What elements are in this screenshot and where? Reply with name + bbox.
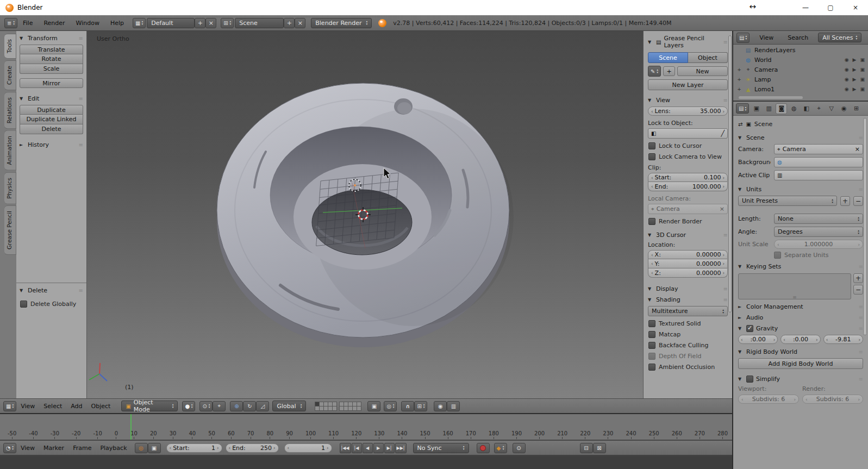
simplify-viewport-subdivision-field[interactable]: ‹Subdivis: 6› xyxy=(738,395,799,404)
info-menu-item[interactable]: Help xyxy=(105,20,129,27)
properties-tab-icon[interactable]: ⌖ xyxy=(813,103,825,114)
panel-grip-icon[interactable]: ≡ xyxy=(79,35,83,41)
n-panel-scrollbar[interactable] xyxy=(728,35,732,312)
frame-start-field[interactable]: ‹Start:1› xyxy=(166,443,222,453)
clip-start-field[interactable]: ‹Start:0.100› xyxy=(648,173,728,182)
scene-camera-field[interactable]: ⌖Camera× xyxy=(774,144,863,154)
clear-icon[interactable]: × xyxy=(855,146,860,153)
scene-icon-button[interactable]: ⊞▴▾ xyxy=(221,18,234,28)
insert-keyframe-button[interactable]: ⊟ xyxy=(580,443,593,453)
edit-tool-button[interactable]: Duplicate Linked xyxy=(20,115,83,124)
manipulator-scale-toggle[interactable]: ◿ xyxy=(256,401,269,411)
tool-shelf-tab[interactable]: Tools xyxy=(4,34,16,59)
properties-scrollbar[interactable] xyxy=(863,118,867,335)
editor-type-outliner-button[interactable]: ▤▴▾ xyxy=(736,33,750,43)
shading-option-checkbox[interactable] xyxy=(648,342,655,349)
renderability-camera-icon[interactable]: ▣ xyxy=(860,86,865,92)
pivot-point-dropdown[interactable]: ⊙▴▾ xyxy=(199,401,213,411)
separate-units-checkbox[interactable] xyxy=(774,252,781,259)
properties-tab-icon[interactable]: ◉ xyxy=(838,103,850,114)
cursor-z-field[interactable]: ‹Z:0.00000› xyxy=(648,268,728,278)
layer-toggle[interactable] xyxy=(332,406,337,411)
panel-grip-icon[interactable]: ≡ xyxy=(859,315,863,321)
view3d-menu-item[interactable]: Add xyxy=(66,403,86,410)
properties-tab-icon[interactable]: ▥ xyxy=(763,103,775,114)
panel-grip-icon[interactable]: ≡ xyxy=(79,287,83,293)
expand-icon[interactable]: + xyxy=(736,86,742,92)
length-dropdown[interactable]: None▴▾ xyxy=(774,214,863,224)
gravity-panel-header[interactable]: ▼Gravity≡ xyxy=(738,325,863,332)
scene-panel-header[interactable]: ▼Scene≡ xyxy=(738,134,863,141)
transform-tool-button[interactable]: Rotate xyxy=(20,54,83,64)
display-panel-header[interactable]: ▼Display≡ xyxy=(648,285,728,292)
lock-to-scene-toggle[interactable]: ▣ xyxy=(367,401,380,411)
history-panel-header[interactable]: ►History≡ xyxy=(20,141,83,148)
renderability-camera-icon[interactable]: ▣ xyxy=(860,67,865,72)
add-screen-layout-button[interactable]: + xyxy=(195,18,205,28)
units-panel-header[interactable]: ▼Units≡ xyxy=(738,186,863,193)
selectability-icon[interactable]: ▶ xyxy=(853,57,857,62)
unit-scale-field[interactable]: ‹1.000000› xyxy=(774,240,863,249)
renderability-camera-icon[interactable]: ▣ xyxy=(860,77,865,82)
transport-button[interactable]: |◀ xyxy=(352,443,362,453)
gravity-y-field[interactable]: ‹:0.00› xyxy=(780,335,820,344)
visibility-eye-icon[interactable]: ◉ xyxy=(845,57,849,62)
selectability-icon[interactable]: ▶ xyxy=(853,86,857,92)
lock-to-cursor-checkbox[interactable] xyxy=(648,142,655,149)
timeline-menu-item[interactable]: Frame xyxy=(68,445,96,452)
selectability-icon[interactable]: ▶ xyxy=(853,67,857,72)
manipulator-translate-toggle[interactable]: ⊕ xyxy=(230,401,243,411)
background-set-field[interactable]: ◍ xyxy=(774,157,863,167)
mode-dropdown[interactable]: ▣Object Mode▴▾ xyxy=(121,401,178,411)
opengl-render-animation-button[interactable]: ▥ xyxy=(447,401,460,411)
shading-option-checkbox[interactable] xyxy=(648,331,655,338)
clear-icon[interactable]: × xyxy=(720,205,725,212)
lock-camera-checkbox[interactable] xyxy=(648,153,655,160)
transform-orientation-dropdown[interactable]: Global▴▾ xyxy=(272,401,306,411)
transform-tool-button[interactable]: Scale xyxy=(20,64,83,74)
info-menu-item[interactable]: File xyxy=(17,20,38,27)
lock-object-field[interactable]: ◧╱ xyxy=(648,128,728,139)
close-button[interactable]: × xyxy=(843,0,868,15)
rigid-body-world-panel-header[interactable]: ▼Rigid Body World≡ xyxy=(738,348,863,355)
panel-grip-icon[interactable]: ≡ xyxy=(79,142,83,148)
edit-tool-button[interactable]: Duplicate xyxy=(20,105,83,115)
transform-panel-header[interactable]: ▼Transform≡ xyxy=(20,35,83,42)
frame-end-field[interactable]: ‹End:250› xyxy=(226,443,279,453)
properties-tab-icon[interactable]: ⊞ xyxy=(851,103,862,114)
outliner-row-lomo1[interactable]: +▲Lomo1 ◉▶▣ xyxy=(735,84,866,94)
panel-grip-icon[interactable]: ≡ xyxy=(859,264,863,270)
editor-type-timeline-button[interactable]: ◔▴▾ xyxy=(3,443,16,453)
remove-preset-button[interactable]: − xyxy=(853,196,863,206)
lens-field[interactable]: ‹Lens:35.000› xyxy=(648,107,728,116)
shading-option-checkbox[interactable] xyxy=(648,320,655,327)
visibility-eye-icon[interactable]: ◉ xyxy=(845,86,849,92)
transform-tool-button[interactable]: Translate xyxy=(20,45,83,54)
operator-panel-header[interactable]: ▼Delete≡ xyxy=(20,287,83,294)
visibility-eye-icon[interactable]: ◉ xyxy=(845,77,849,82)
outliner-view-menu[interactable]: View xyxy=(755,34,778,41)
visibility-eye-icon[interactable]: ◉ xyxy=(845,67,849,72)
edit-panel-header[interactable]: ▼Edit≡ xyxy=(20,95,83,102)
angle-dropdown[interactable]: Degrees▴▾ xyxy=(774,227,863,237)
eyedropper-icon[interactable]: ╱ xyxy=(721,130,725,137)
editor-type-info-button[interactable]: ≣▴▾ xyxy=(4,18,17,28)
minimize-button[interactable]: — xyxy=(793,0,818,15)
render-border-checkbox[interactable] xyxy=(648,218,655,225)
delete-globally-checkbox[interactable] xyxy=(20,301,27,308)
panel-grip-icon[interactable]: ≡ xyxy=(79,96,83,102)
keying-sets-list[interactable] xyxy=(738,273,851,299)
tool-shelf-tab[interactable]: Grease Pencil xyxy=(4,205,16,255)
snap-toggle[interactable]: ∩ xyxy=(401,401,414,411)
view-panel-header[interactable]: ▼View≡ xyxy=(648,97,728,104)
info-menu-item[interactable]: Window xyxy=(71,20,105,27)
transport-button[interactable]: ▶| xyxy=(384,443,395,453)
use-preview-range-toggle[interactable]: ◎ xyxy=(135,443,148,453)
delete-keyframe-button[interactable]: ⊠ xyxy=(593,443,606,453)
active-clip-field[interactable]: ▥ xyxy=(774,170,863,180)
shading-mode-dropdown[interactable]: Multitexture▴▾ xyxy=(648,306,728,316)
outliner-horizontal-scrollbar[interactable] xyxy=(739,96,803,99)
properties-tab-icon[interactable]: ◧ xyxy=(801,103,812,114)
tool-shelf-tab[interactable]: Create xyxy=(4,60,16,90)
pin-icon[interactable]: ⇄ xyxy=(738,121,742,127)
